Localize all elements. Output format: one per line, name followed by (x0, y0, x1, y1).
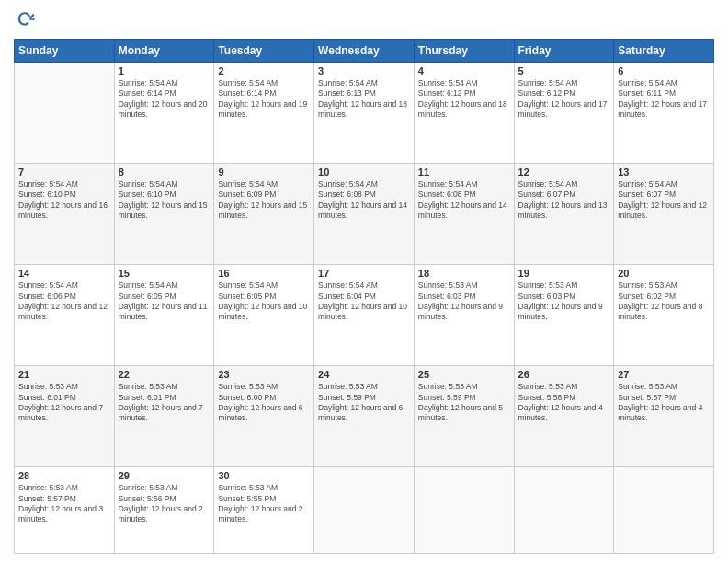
cell-content: Sunrise: 5:53 AMSunset: 6:03 PMDaylight:… (418, 281, 510, 323)
day-number: 27 (618, 369, 710, 380)
day-number: 3 (318, 65, 410, 76)
day-number: 19 (518, 268, 610, 279)
day-number: 23 (218, 369, 310, 380)
calendar-cell: 15Sunrise: 5:54 AMSunset: 6:05 PMDayligh… (114, 265, 214, 366)
calendar-cell (614, 467, 714, 554)
cell-content: Sunrise: 5:54 AMSunset: 6:04 PMDaylight:… (318, 281, 410, 323)
day-number: 29 (119, 470, 210, 481)
day-number: 30 (218, 470, 310, 481)
calendar-cell: 30Sunrise: 5:53 AMSunset: 5:55 PMDayligh… (214, 467, 314, 554)
day-number: 15 (119, 268, 210, 279)
day-number: 9 (218, 167, 310, 178)
weekday-header-row: SundayMondayTuesdayWednesdayThursdayFrid… (15, 40, 714, 63)
calendar-cell: 12Sunrise: 5:54 AMSunset: 6:07 PMDayligh… (514, 164, 614, 265)
weekday-header-friday: Friday (514, 40, 614, 63)
weekday-header-monday: Monday (114, 40, 214, 63)
cell-content: Sunrise: 5:53 AMSunset: 5:59 PMDaylight:… (318, 382, 410, 424)
calendar-cell: 3Sunrise: 5:54 AMSunset: 6:13 PMDaylight… (314, 63, 415, 164)
calendar-cell: 13Sunrise: 5:54 AMSunset: 6:07 PMDayligh… (614, 164, 714, 265)
week-row-4: 21Sunrise: 5:53 AMSunset: 6:01 PMDayligh… (15, 366, 714, 467)
cell-content: Sunrise: 5:53 AMSunset: 5:58 PMDaylight:… (518, 382, 610, 424)
day-number: 1 (119, 65, 210, 76)
cell-content: Sunrise: 5:54 AMSunset: 6:05 PMDaylight:… (218, 281, 310, 323)
day-number: 12 (518, 167, 610, 178)
calendar-cell: 2Sunrise: 5:54 AMSunset: 6:14 PMDaylight… (214, 63, 314, 164)
calendar-cell: 16Sunrise: 5:54 AMSunset: 6:05 PMDayligh… (214, 265, 314, 366)
cell-content: Sunrise: 5:54 AMSunset: 6:05 PMDaylight:… (119, 281, 210, 323)
calendar-cell: 1Sunrise: 5:54 AMSunset: 6:14 PMDaylight… (114, 63, 214, 164)
cell-content: Sunrise: 5:54 AMSunset: 6:07 PMDaylight:… (618, 179, 710, 222)
cell-content: Sunrise: 5:54 AMSunset: 6:06 PMDaylight:… (18, 281, 110, 323)
cell-content: Sunrise: 5:53 AMSunset: 5:55 PMDaylight:… (218, 483, 310, 525)
cell-content: Sunrise: 5:54 AMSunset: 6:12 PMDaylight:… (518, 78, 610, 121)
cell-content: Sunrise: 5:53 AMSunset: 6:03 PMDaylight:… (518, 281, 610, 323)
weekday-header-sunday: Sunday (15, 40, 115, 63)
day-number: 16 (218, 268, 310, 279)
cell-content: Sunrise: 5:54 AMSunset: 6:10 PMDaylight:… (119, 179, 210, 222)
day-number: 14 (18, 268, 110, 279)
week-row-2: 7Sunrise: 5:54 AMSunset: 6:10 PMDaylight… (15, 164, 714, 265)
calendar-cell: 19Sunrise: 5:53 AMSunset: 6:03 PMDayligh… (514, 265, 614, 366)
day-number: 17 (318, 268, 410, 279)
calendar-cell (15, 63, 115, 164)
weekday-header-saturday: Saturday (614, 40, 714, 63)
weekday-header-thursday: Thursday (414, 40, 514, 63)
day-number: 21 (18, 369, 110, 380)
calendar-cell: 24Sunrise: 5:53 AMSunset: 5:59 PMDayligh… (314, 366, 415, 467)
calendar-cell: 29Sunrise: 5:53 AMSunset: 5:56 PMDayligh… (114, 467, 214, 554)
calendar-cell: 14Sunrise: 5:54 AMSunset: 6:06 PMDayligh… (15, 265, 115, 366)
day-number: 26 (518, 369, 610, 380)
cell-content: Sunrise: 5:54 AMSunset: 6:14 PMDaylight:… (119, 78, 210, 121)
cell-content: Sunrise: 5:54 AMSunset: 6:09 PMDaylight:… (218, 179, 310, 222)
cell-content: Sunrise: 5:53 AMSunset: 6:01 PMDaylight:… (18, 382, 110, 424)
day-number: 7 (18, 167, 110, 178)
calendar-cell: 18Sunrise: 5:53 AMSunset: 6:03 PMDayligh… (414, 265, 514, 366)
calendar-cell: 4Sunrise: 5:54 AMSunset: 6:12 PMDaylight… (414, 63, 514, 164)
calendar-cell: 5Sunrise: 5:54 AMSunset: 6:12 PMDaylight… (514, 63, 614, 164)
logo (14, 9, 40, 31)
day-number: 2 (218, 65, 310, 76)
calendar-cell (414, 467, 514, 554)
day-number: 25 (418, 369, 510, 380)
calendar-cell: 10Sunrise: 5:54 AMSunset: 6:08 PMDayligh… (314, 164, 415, 265)
calendar-cell: 23Sunrise: 5:53 AMSunset: 6:00 PMDayligh… (214, 366, 314, 467)
page: SundayMondayTuesdayWednesdayThursdayFrid… (0, 0, 728, 563)
cell-content: Sunrise: 5:53 AMSunset: 6:00 PMDaylight:… (218, 382, 310, 424)
day-number: 22 (119, 369, 210, 380)
calendar-cell: 17Sunrise: 5:54 AMSunset: 6:04 PMDayligh… (314, 265, 415, 366)
cell-content: Sunrise: 5:53 AMSunset: 5:57 PMDaylight:… (18, 483, 110, 525)
day-number: 20 (618, 268, 710, 279)
calendar-cell: 7Sunrise: 5:54 AMSunset: 6:10 PMDaylight… (15, 164, 115, 265)
day-number: 8 (119, 167, 210, 178)
weekday-header-wednesday: Wednesday (314, 40, 415, 63)
day-number: 28 (18, 470, 110, 481)
day-number: 10 (318, 167, 410, 178)
day-number: 18 (418, 268, 510, 279)
cell-content: Sunrise: 5:54 AMSunset: 6:07 PMDaylight:… (518, 179, 610, 222)
calendar-cell: 6Sunrise: 5:54 AMSunset: 6:11 PMDaylight… (614, 63, 714, 164)
cell-content: Sunrise: 5:54 AMSunset: 6:14 PMDaylight:… (218, 78, 310, 121)
calendar-cell (514, 467, 614, 554)
calendar-cell: 27Sunrise: 5:53 AMSunset: 5:57 PMDayligh… (614, 366, 714, 467)
week-row-5: 28Sunrise: 5:53 AMSunset: 5:57 PMDayligh… (15, 467, 714, 554)
day-number: 6 (618, 65, 710, 76)
weekday-header-tuesday: Tuesday (214, 40, 314, 63)
cell-content: Sunrise: 5:53 AMSunset: 5:57 PMDaylight:… (618, 382, 710, 424)
calendar-cell: 9Sunrise: 5:54 AMSunset: 6:09 PMDaylight… (214, 164, 314, 265)
cell-content: Sunrise: 5:53 AMSunset: 5:56 PMDaylight:… (119, 483, 210, 525)
cell-content: Sunrise: 5:54 AMSunset: 6:08 PMDaylight:… (418, 179, 510, 222)
day-number: 5 (518, 65, 610, 76)
day-number: 11 (418, 167, 510, 178)
day-number: 13 (618, 167, 710, 178)
calendar-cell (314, 467, 415, 554)
calendar-table: SundayMondayTuesdayWednesdayThursdayFrid… (14, 39, 714, 554)
calendar-cell: 26Sunrise: 5:53 AMSunset: 5:58 PMDayligh… (514, 366, 614, 467)
calendar-cell: 25Sunrise: 5:53 AMSunset: 5:59 PMDayligh… (414, 366, 514, 467)
calendar-cell: 22Sunrise: 5:53 AMSunset: 6:01 PMDayligh… (114, 366, 214, 467)
calendar-cell: 20Sunrise: 5:53 AMSunset: 6:02 PMDayligh… (614, 265, 714, 366)
header (14, 9, 714, 31)
cell-content: Sunrise: 5:53 AMSunset: 6:01 PMDaylight:… (119, 382, 210, 424)
cell-content: Sunrise: 5:54 AMSunset: 6:08 PMDaylight:… (318, 179, 410, 222)
calendar-cell: 28Sunrise: 5:53 AMSunset: 5:57 PMDayligh… (15, 467, 115, 554)
week-row-3: 14Sunrise: 5:54 AMSunset: 6:06 PMDayligh… (15, 265, 714, 366)
